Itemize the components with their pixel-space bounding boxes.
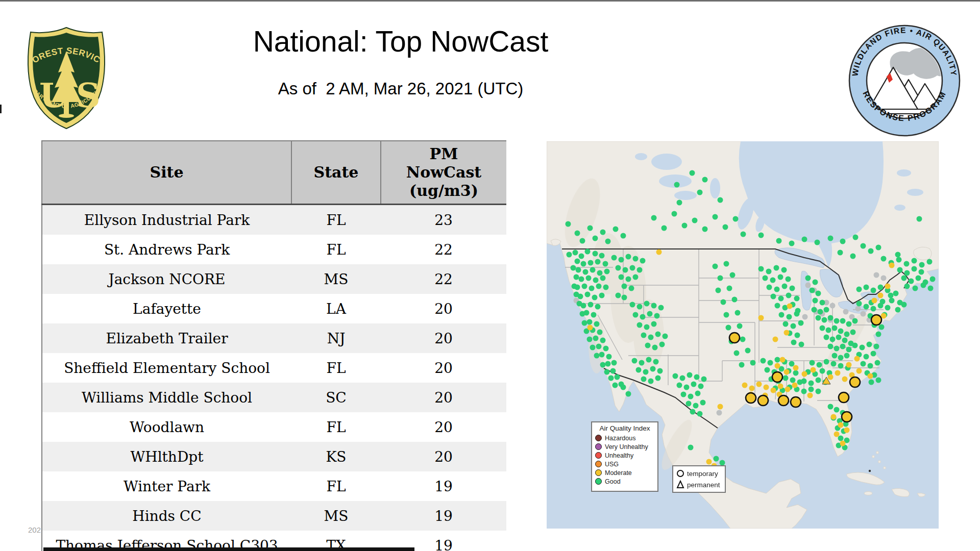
value-cell: 19 (381, 501, 506, 531)
legend-swatch (595, 461, 602, 467)
permanent-triangle-icon (676, 480, 684, 489)
value-cell: 20 (381, 323, 506, 353)
legend-item-unhealthy: Unhealthy (595, 451, 654, 460)
table-row: Hinds CCMS19 (42, 501, 506, 531)
state-cell: MS (291, 264, 381, 294)
site-cell: Elizabeth Trailer (42, 323, 291, 353)
site-cell: St. Andrews Park (42, 235, 291, 264)
value-cell: 23 (381, 205, 506, 235)
state-cell: LA (291, 294, 381, 323)
table-row: Sheffield Elementary SchoolFL20 (42, 353, 506, 383)
legend-label: permanent (687, 481, 720, 489)
table-row: Williams Middle SchoolSC20 (42, 383, 506, 412)
legend-swatch (595, 469, 602, 476)
table-header-row: Site State PM NowCast (ug/m3) (42, 141, 506, 205)
clipped-timestamp-text: 202 (28, 525, 41, 534)
table-row: WoodlawnFL20 (42, 412, 506, 442)
legend-swatch (595, 452, 602, 459)
site-cell: Sheffield Elementary School (42, 353, 291, 383)
col-header-site: Site (42, 141, 291, 205)
top-nowcast-table: Site State PM NowCast (ug/m3) Ellyson In… (41, 140, 506, 551)
state-cell: MS (291, 501, 381, 531)
legend-label: Moderate (605, 469, 632, 477)
site-cell: Lafayette (42, 294, 291, 323)
legend-label: Very Unhealthy (605, 443, 648, 450)
legend-label: temporary (687, 470, 718, 478)
table-row: LafayetteLA20 (42, 294, 506, 323)
marker-legend: temporary permanent (672, 465, 726, 493)
state-cell: SC (291, 383, 381, 412)
legend-swatch (595, 478, 602, 485)
table-row: St. Andrews ParkFL22 (42, 235, 506, 264)
value-cell: 20 (381, 412, 506, 442)
state-cell: FL (291, 471, 381, 501)
state-cell: FL (291, 205, 381, 235)
state-cell: FL (291, 412, 381, 442)
legend-item-good: Good (595, 477, 654, 486)
state-cell: KS (291, 442, 381, 471)
site-cell: Ellyson Industrial Park (42, 205, 291, 235)
table-row: WHlthDptKS20 (42, 442, 506, 471)
value-cell: 19 (381, 471, 506, 501)
value-cell: 22 (381, 264, 506, 294)
table-row: Jackson NCOREMS22 (42, 264, 506, 294)
table-row: Ellyson Industrial ParkFL23 (42, 205, 506, 235)
top-divider (0, 0, 980, 2)
legend-item-permanent: permanent (676, 479, 722, 490)
site-cell: Williams Middle School (42, 383, 291, 412)
value-cell: 20 (381, 442, 506, 471)
site-cell: WHlthDpt (42, 442, 291, 471)
col-header-pm-nowcast: PM NowCast (ug/m3) (381, 141, 506, 205)
legend-label: Good (605, 478, 621, 485)
site-cell: Jackson NCORE (42, 264, 291, 294)
table-row: Winter ParkFL19 (42, 471, 506, 501)
page-title: National: Top NowCast (92, 24, 709, 58)
temporary-circle-icon (676, 469, 684, 478)
legend-swatch (595, 443, 602, 450)
legend-item-usg: USG (595, 460, 654, 468)
aqi-legend-title: Air Quality Index (595, 424, 654, 432)
state-cell: NJ (291, 323, 381, 353)
col-header-state: State (291, 141, 381, 205)
legend-item-very-unhealthy: Very Unhealthy (595, 442, 654, 451)
table-row: Elizabeth TrailerNJ20 (42, 323, 506, 353)
site-cell: Winter Park (42, 471, 291, 501)
wfaqrp-logo: WILDLAND FIRE • AIR QUALITY RESPONSE PRO… (847, 23, 962, 138)
legend-item-hazardous: Hazardous (595, 434, 654, 442)
edge-artifact (0, 105, 2, 113)
aqi-legend: Air Quality Index HazardousVery Unhealth… (591, 421, 658, 492)
legend-label: USG (605, 461, 619, 468)
legend-swatch (595, 435, 602, 441)
value-cell: 20 (381, 353, 506, 383)
site-cell: Hinds CC (42, 501, 291, 531)
legend-item-moderate: Moderate (595, 468, 654, 477)
bottom-clipped-bar (43, 547, 414, 551)
legend-item-temporary: temporary (676, 468, 722, 479)
slide: FOREST SERVICE U S DEPARTMENT OF AGRICUL… (0, 0, 980, 551)
legend-label: Unhealthy (605, 452, 633, 459)
state-cell: FL (291, 235, 381, 264)
state-cell: FL (291, 353, 381, 383)
site-cell: Woodlawn (42, 412, 291, 442)
legend-label: Hazardous (605, 435, 635, 442)
value-cell: 20 (381, 383, 506, 412)
value-cell: 20 (381, 294, 506, 323)
page-subtitle: As of 2 AM, Mar 26, 2021 (UTC) (92, 79, 709, 98)
aqi-map: Air Quality Index HazardousVery Unhealth… (547, 141, 939, 529)
value-cell: 22 (381, 235, 506, 264)
